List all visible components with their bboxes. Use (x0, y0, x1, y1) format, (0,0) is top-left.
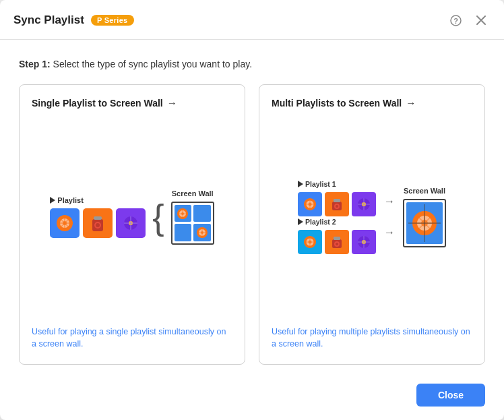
dialog-title: Sync Playlist (13, 13, 84, 27)
svg-rect-48 (334, 237, 340, 240)
step-label: Step 1: Select the type of sync playlist… (19, 59, 485, 69)
brace-single: { (152, 200, 164, 235)
svg-point-14 (96, 223, 100, 227)
p2-thumb-2 (325, 230, 349, 254)
footer-close-button[interactable]: Close (416, 384, 485, 407)
p2-orange-icon (303, 235, 317, 249)
p1-music-icon (356, 197, 371, 212)
svg-point-37 (336, 205, 338, 208)
single-description: Useful for playing a single playlist sim… (32, 326, 232, 351)
thumb-2 (83, 208, 113, 238)
screen-cell-2 (193, 205, 211, 222)
playlist2-thumbs (298, 230, 376, 254)
p2-jar-icon (329, 235, 344, 249)
multi-card-illustration: Playlist 1 (272, 118, 472, 316)
p1-thumb-1 (298, 192, 322, 216)
orange-slice-icon (55, 214, 74, 233)
close-icon (476, 16, 486, 25)
p2-music-icon (356, 235, 371, 249)
svg-rect-12 (94, 216, 102, 220)
sync-playlist-dialog: Sync Playlist P Series ? Step 1: Select … (0, 0, 504, 420)
multi-playlist-card[interactable]: Multi Playlists to Screen Wall → Playlis… (259, 84, 485, 365)
screen-wall-single: Screen Wall (171, 189, 214, 245)
playlist1-thumbs (298, 192, 376, 216)
screen-wall-multi: Screen Wall (403, 187, 446, 247)
dialog-body: Step 1: Select the type of sync playlist… (0, 40, 504, 376)
multi-description: Useful for playing multiple playlists si… (272, 326, 472, 351)
single-playlist-card[interactable]: Single Playlist to Screen Wall → Playlis… (19, 84, 245, 365)
svg-point-50 (336, 243, 338, 245)
screen-cell-4 (193, 224, 211, 241)
screen-orange-icon (176, 207, 189, 220)
close-button[interactable] (472, 11, 491, 30)
help-icon: ? (450, 15, 462, 26)
svg-text:?: ? (453, 17, 458, 25)
help-button[interactable]: ? (446, 11, 465, 30)
arrows-section: → → (384, 196, 395, 239)
music-icon (123, 215, 139, 231)
pseries-badge: P Series (91, 15, 134, 26)
cards-row: Single Playlist to Screen Wall → Playlis… (19, 84, 485, 365)
dialog-footer: Close (0, 376, 504, 420)
screen-orange2-icon (195, 226, 209, 239)
single-card-arrow: → (167, 97, 177, 109)
multi-card-title: Multi Playlists to Screen Wall → (272, 97, 472, 109)
multi-card-arrow: → (406, 97, 416, 109)
single-card-title: Single Playlist to Screen Wall → (32, 97, 232, 109)
p2-thumb-3 (352, 230, 376, 254)
playlist2-label: Playlist 2 (298, 218, 376, 226)
svg-rect-35 (334, 199, 340, 202)
single-card-illustration: Playlist (32, 118, 232, 316)
playlist1-label: Playlist 1 (298, 180, 376, 188)
screen-cell-1 (175, 205, 192, 222)
jar-icon (89, 214, 106, 233)
screen-cell-3 (175, 224, 192, 241)
screen-wall-lg (403, 199, 446, 247)
thumb-3 (116, 208, 146, 238)
single-illustration: Playlist (50, 189, 214, 245)
p1-orange-icon (303, 197, 317, 212)
play2-icon (298, 218, 303, 225)
screen-large-icon (408, 204, 441, 242)
p1-thumb-3 (352, 192, 376, 216)
screen-cell-full (406, 202, 443, 244)
p1-jar-icon (329, 197, 344, 212)
multi-illustration: Playlist 1 (298, 180, 446, 254)
playlist-thumbs (50, 208, 146, 238)
dialog-header: Sync Playlist P Series ? (0, 0, 504, 40)
header-actions: ? (446, 11, 491, 30)
p1-thumb-2 (325, 192, 349, 216)
play1-icon (298, 181, 303, 187)
playlist2-row: Playlist 2 (298, 218, 376, 254)
playlist-label: Playlist (50, 196, 84, 204)
screen-wall-grid (171, 202, 214, 245)
thumb-1 (50, 208, 80, 238)
playlist1-row: Playlist 1 (298, 180, 376, 216)
play-icon (50, 197, 55, 204)
multi-playlist-section: Playlist 1 (298, 180, 376, 254)
p2-thumb-1 (298, 230, 322, 254)
